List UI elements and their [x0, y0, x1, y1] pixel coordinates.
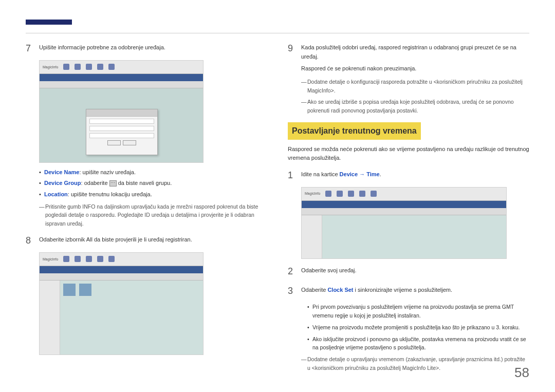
step-9: 9 Kada poslužitelj odobri uređaj, raspor… [288, 41, 529, 73]
dialog-field [89, 119, 154, 124]
step-text: Odaberite Clock Set i sinkronizirajte vr… [301, 284, 529, 298]
right-column: 9 Kada poslužitelj odobri uređaj, raspor… [288, 21, 529, 377]
config-note: Dodatne detalje o konfiguraciji raspored… [301, 78, 529, 95]
screenshot-subbar [40, 74, 203, 81]
left-column: 7 Upišite informacije potrebne za odobre… [26, 21, 267, 377]
screenshot-toolbar: MagicInfo [40, 61, 203, 74]
sub-bullet: Vrijeme na proizvodu možete promijeniti … [307, 323, 529, 332]
step-text: Odaberite svoj uređaj. [301, 264, 529, 279]
toolbar-icon [75, 256, 81, 262]
dialog-header [86, 109, 157, 117]
screenshot-body [40, 281, 203, 354]
step-8: 8 Odaberite izbornik All da biste provje… [26, 233, 267, 248]
toolbar-icon [63, 64, 69, 70]
dialog-ok-button [107, 140, 121, 145]
step-number: 2 [288, 264, 295, 279]
toolbar-icon [325, 191, 331, 197]
screenshot-toolbar: MagicInfo [40, 253, 203, 266]
dialog-cancel-button [123, 140, 136, 145]
dialog-field [89, 133, 154, 138]
bullet-device-name: Device Name: upišite naziv uređaja. [39, 168, 267, 177]
app-logo: MagicInfo [305, 191, 320, 196]
screenshot-body [40, 88, 203, 162]
screenshot-main [322, 215, 506, 258]
dialog-buttons [86, 140, 157, 145]
step-text: Kada poslužitelj odobri uređaj, raspored… [301, 41, 529, 73]
screenshot-body [302, 215, 506, 258]
step-number: 1 [288, 168, 295, 183]
step-text: Odaberite izbornik All da biste provjeri… [39, 233, 267, 248]
device-tab-label: Device [340, 171, 358, 177]
text: : odaberite [81, 180, 109, 186]
time-tab-label: Time [366, 171, 379, 177]
step-number: 8 [26, 233, 33, 248]
approve-dialog [86, 109, 158, 155]
text: : upišite naziv uređaja. [80, 169, 136, 175]
text: . [380, 171, 381, 177]
text: i sinkronizirajte vrijeme s poslužitelje… [354, 287, 453, 293]
screenshot-sidebar [302, 215, 322, 258]
step-1: 1 Idite na kartice Device → Time. [288, 168, 529, 183]
screenshot-tabs [40, 273, 203, 281]
toolbar-icon [108, 256, 115, 262]
screenshot-tabs [302, 208, 506, 215]
section-heading: Postavljanje trenutnog vremena [288, 122, 421, 140]
screenshot-main [60, 281, 203, 354]
device-thumb [79, 284, 91, 296]
screenshot-subbar [40, 266, 203, 273]
toolbar-icon [359, 191, 365, 197]
step-7: 7 Upišite informacije potrebne za odobre… [26, 41, 267, 56]
time-sub-bullets: Pri prvom povezivanju s poslužiteljem vr… [307, 303, 529, 352]
screenshot-all-menu: MagicInfo [39, 252, 203, 355]
page-content: 7 Upišite informacije potrebne za odobre… [0, 0, 555, 392]
delete-note: Ako se uređaj izbriše s popisa uređaja k… [301, 98, 529, 115]
text: Odaberite [301, 287, 327, 293]
app-logo: MagicInfo [43, 256, 58, 262]
line: Kada poslužitelj odobri uređaj, raspored… [301, 43, 529, 61]
toolbar-icon [337, 191, 343, 197]
page-number: 58 [514, 365, 529, 381]
toolbar-icon [108, 64, 115, 70]
step-3: 3 Odaberite Clock Set i sinkronizirajte … [288, 284, 529, 298]
step-2: 2 Odaberite svoj uređaj. [288, 264, 529, 279]
text: da biste naveli grupu. [117, 180, 172, 186]
app-logo: MagicInfo [43, 64, 58, 70]
screenshot-toolbar: MagicInfo [302, 188, 506, 201]
text: Idite na kartice [301, 171, 340, 177]
arrow-icon: → [358, 171, 366, 177]
label: Device Name [44, 169, 80, 175]
info-note: Pritisnite gumb INFO na daljinskom uprav… [39, 202, 267, 228]
step-text: Idite na kartice Device → Time. [301, 168, 529, 183]
toolbar-icon [97, 64, 103, 70]
screenshot-device-time: MagicInfo [301, 187, 507, 259]
toolbar-icon [86, 64, 92, 70]
text: : upišite trenutnu lokaciju uređaja. [68, 191, 152, 197]
line: Raspored će se pokrenuti nakon preuziman… [301, 64, 529, 73]
step-number: 3 [288, 284, 295, 298]
sub-bullet: Pri prvom povezivanju s poslužiteljem vr… [307, 303, 529, 320]
section-intro: Raspored se možda neće pokrenuti ako se … [288, 145, 529, 163]
screenshot-sidebar [40, 281, 60, 354]
step-number: 7 [26, 41, 33, 56]
screenshot-approve-device: MagicInfo [39, 60, 203, 163]
field-descriptions: Device Name: upišite naziv uređaja. Devi… [39, 168, 267, 199]
header-divider [26, 33, 529, 33]
sub-bullet: Ako isključite proizvod i ponovno ga ukl… [307, 335, 529, 352]
toolbar-icon [371, 191, 377, 197]
device-thumb [63, 284, 76, 296]
toolbar-icon [348, 191, 354, 197]
ellipsis-icon [109, 180, 117, 186]
step-text: Upišite informacije potrebne za odobrenj… [39, 41, 267, 56]
time-manage-note: Dodatne detalje o upravljanju vremenom (… [301, 355, 529, 372]
toolbar-icon [97, 256, 103, 262]
bullet-device-group: Device Group: odaberite da biste naveli … [39, 179, 267, 188]
screenshot-subbar [302, 201, 506, 208]
header-accent-bar [26, 20, 72, 25]
step-number: 9 [288, 41, 295, 73]
clock-set-label: Clock Set [327, 287, 353, 293]
dialog-field [89, 126, 154, 131]
toolbar-icon [63, 256, 69, 262]
label: Device Group [44, 180, 81, 186]
toolbar-icon [86, 256, 92, 262]
screenshot-tabs [40, 81, 203, 88]
